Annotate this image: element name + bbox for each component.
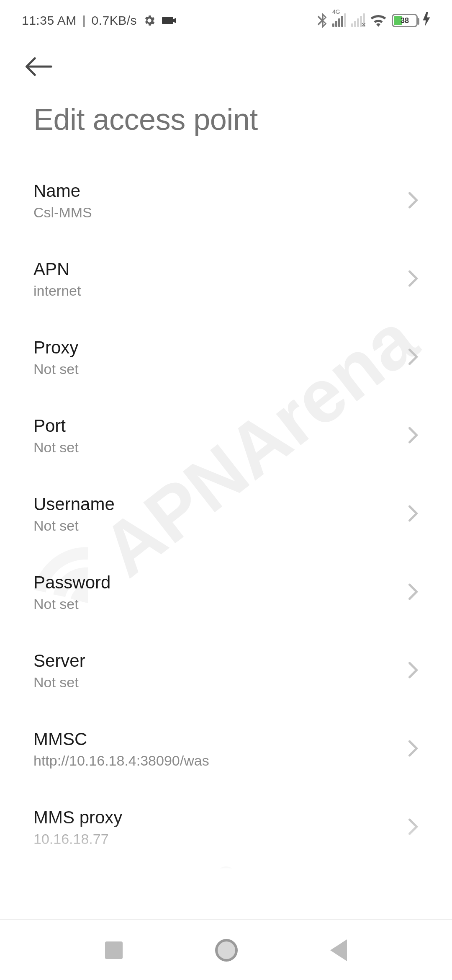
more-label: More [213,893,239,907]
row-username[interactable]: Username Not set [33,475,419,553]
row-value: internet [33,283,81,299]
signal-label: 4G [332,8,340,15]
row-label: Proxy [33,338,79,358]
settings-icon [143,14,156,27]
settings-list: Name Csl-MMS APN internet Proxy Not set … [0,162,452,867]
navigation-bar [0,919,452,980]
row-proxy[interactable]: Proxy Not set [33,318,419,397]
more-icon [215,867,237,888]
row-label: APN [33,259,81,279]
row-name[interactable]: Name Csl-MMS [33,162,419,240]
row-value: Not set [33,596,110,612]
row-value: Not set [33,439,79,456]
nav-back-button[interactable] [330,939,347,961]
row-apn[interactable]: APN internet [33,240,419,318]
arrow-left-icon [25,57,53,76]
row-port[interactable]: Port Not set [33,397,419,475]
wifi-icon [370,14,387,27]
more-button[interactable]: More [213,867,239,907]
chevron-right-icon [408,270,419,289]
row-value: Csl-MMS [33,204,92,221]
row-value: Not set [33,361,79,377]
chevron-right-icon [408,505,419,524]
row-label: MMSC [33,729,209,749]
page-title: Edit access point [0,81,452,162]
battery-indicator: 38 [392,14,418,27]
status-bar: 11:35 AM | 0.7KB/s 4G [0,0,452,33]
back-button[interactable] [25,52,53,81]
status-separator: | [82,13,86,28]
chevron-right-icon [408,191,419,211]
row-label: Password [33,573,110,593]
charging-icon [423,12,430,29]
row-value: http://10.16.18.4:38090/was [33,753,209,769]
chevron-right-icon [408,740,419,759]
row-label: Name [33,181,92,201]
status-time: 11:35 AM [22,13,77,28]
row-label: Server [33,651,85,671]
row-value: Not set [33,518,115,534]
row-label: Username [33,494,115,514]
chevron-right-icon [408,661,419,681]
row-label: Port [33,416,79,436]
nav-recent-button[interactable] [105,941,123,959]
battery-percent: 38 [401,16,409,25]
row-password[interactable]: Password Not set [33,553,419,632]
nav-home-button[interactable] [215,939,238,962]
bluetooth-icon [316,13,327,28]
camera-icon [162,15,177,26]
chevron-right-icon [408,818,419,837]
row-server[interactable]: Server Not set [33,632,419,710]
chevron-right-icon [408,348,419,367]
chevron-right-icon [408,583,419,602]
row-mmsc[interactable]: MMSC http://10.16.18.4:38090/was [33,710,419,788]
signal-disabled-icon: ✕ [361,21,366,28]
status-data-rate: 0.7KB/s [92,13,137,28]
chevron-right-icon [408,426,419,446]
row-mms-proxy[interactable]: MMS proxy 10.16.18.77 [33,788,419,867]
signal-sim2: ✕ [351,14,365,27]
signal-sim1: 4G [332,14,346,27]
row-value: 10.16.18.77 [33,831,122,847]
row-label: MMS proxy [33,807,122,828]
row-value: Not set [33,674,85,691]
